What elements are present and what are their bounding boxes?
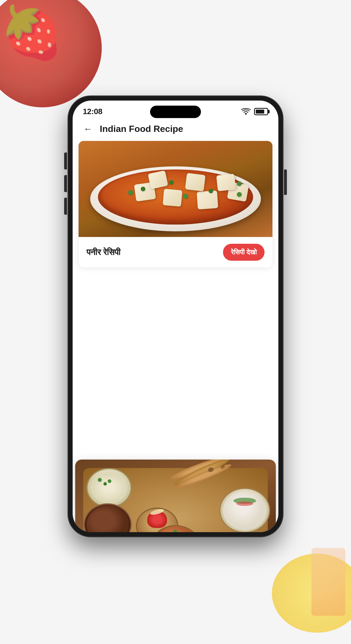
svg-point-0 [245,113,247,115]
gujarati-thali-image [75,460,276,532]
dynamic-island [150,106,201,118]
battery-icon [254,108,268,115]
back-arrow-icon: ← [83,124,92,133]
strawberry-bg [0,0,102,107]
page-title: Indian Food Recipe [100,124,183,134]
status-icons [241,108,268,115]
drink-bg [311,548,345,616]
pea-5 [237,192,242,197]
phone-screen: 12:08 [73,101,278,532]
pea-1 [128,190,133,195]
pea-6 [169,180,174,185]
paneer-piece-2 [163,189,183,206]
screen-content: ← Indian Food Recipe [73,118,278,532]
app-header: ← Indian Food Recipe [73,118,278,141]
paneer-piece-7 [216,174,236,191]
pea-4 [209,189,213,193]
recipe-card-paneer: पनीर रेसिपी रेसिपी देखो [78,141,273,268]
phone-frame: 12:08 [68,96,283,537]
paneer-piece-6 [185,173,206,192]
status-time: 12:08 [83,107,102,116]
pea-7 [237,181,242,186]
wifi-icon [241,108,251,115]
paneer-recipe-btn[interactable]: रेसिपी देखो [223,244,265,261]
pea-3 [183,194,188,199]
battery-fill [256,110,264,114]
recipe-card-gujarati: गुजराती रेसिपी रेसिपी देखो [75,459,276,532]
paneer-recipe-name: पनीर रेसिपी [86,247,120,257]
paneer-card-footer: पनीर रेसिपी रेसिपी देखो [79,237,272,267]
phone-wrapper: 12:08 [68,96,283,548]
paneer-piece-3 [197,191,218,210]
paneer-image [79,141,272,237]
pea-2 [141,187,145,191]
back-button[interactable]: ← [82,123,94,135]
